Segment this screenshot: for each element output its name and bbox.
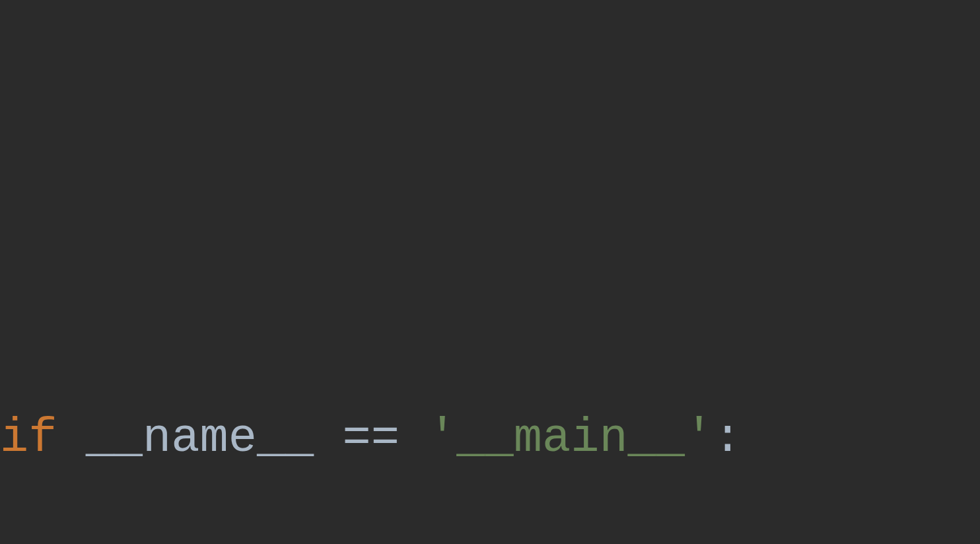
string-main: '__main__'	[428, 411, 713, 465]
operator-eq: ==	[343, 411, 400, 465]
colon: :	[713, 411, 742, 465]
space	[57, 411, 85, 465]
code-editor[interactable]: if __name__ == '__main__': a = [1, 2, 3]…	[0, 292, 980, 544]
code-line-1[interactable]: if __name__ == '__main__':	[0, 403, 980, 474]
keyword-if: if	[0, 411, 57, 465]
dunder-name: __name__	[86, 411, 343, 465]
space	[400, 411, 428, 465]
